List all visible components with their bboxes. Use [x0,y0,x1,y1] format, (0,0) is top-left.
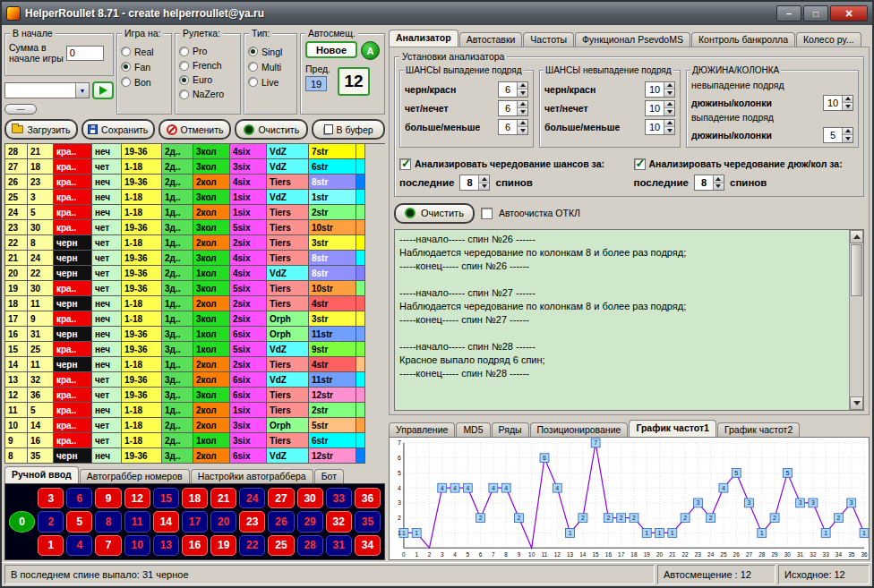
radio-game-bon[interactable]: Bon [121,74,167,89]
autoclean-checkbox[interactable] [481,208,493,219]
spinner[interactable]: 10 [645,119,675,135]
chart-tab-3[interactable]: Позиционирование [530,422,629,437]
spinner[interactable]: 6 [498,100,528,116]
spinner[interactable]: 8 [459,175,490,191]
spinner[interactable]: 5 [823,127,853,143]
numpad-9[interactable]: 9 [95,488,121,508]
spinner[interactable]: 6 [498,119,528,135]
numpad-7[interactable]: 7 [95,535,121,556]
numpad-2[interactable]: 2 [38,511,64,532]
spinner-down-icon[interactable] [664,127,674,134]
history-combobox[interactable] [4,82,90,98]
chart-tab-2[interactable]: Ряды [492,422,529,437]
start-sum-input[interactable] [66,46,104,61]
spinner-up-icon[interactable] [664,120,674,128]
numpad-25[interactable]: 25 [268,535,294,556]
input-tab-3[interactable]: Бот [314,469,344,483]
spinner-up-icon[interactable] [518,101,527,109]
numpad-10[interactable]: 10 [124,535,150,556]
spinner-down-icon[interactable] [479,183,489,191]
spinner-up-icon[interactable] [664,82,674,90]
play-button[interactable] [92,81,114,99]
spinner-down-icon[interactable] [518,108,527,115]
toolbar-button-4[interactable]: В буфер [312,119,385,140]
numpad-3[interactable]: 3 [38,488,64,508]
spinner[interactable]: 10 [823,95,853,111]
combobox-dropdown-icon[interactable] [75,83,89,98]
scroll-up-icon[interactable] [850,230,863,243]
spinner-up-icon[interactable] [714,175,724,183]
numpad-12[interactable]: 12 [124,488,150,508]
numpad-33[interactable]: 33 [326,488,352,508]
numpad-20[interactable]: 20 [210,511,236,532]
minimize-button[interactable] [776,5,801,21]
spinner-up-icon[interactable] [843,96,853,104]
numpad-30[interactable]: 30 [297,488,323,508]
chart-tab-4[interactable]: График частот1 [629,420,716,437]
titlebar[interactable]: HelperRoullet 8.71 - create helperroulle… [2,2,872,25]
spinner-down-icon[interactable] [664,108,674,115]
main-tab-0[interactable]: Анализатор [389,30,458,47]
main-tab-2[interactable]: Частоты [523,32,574,47]
spinner-up-icon[interactable] [518,120,527,128]
main-tab-5[interactable]: Колесо ру... [796,32,861,47]
radio-type-multi[interactable]: Multi [248,59,293,74]
radio-type-live[interactable]: Live [248,74,293,89]
spinner[interactable]: 6 [498,81,528,98]
numpad-34[interactable]: 34 [355,535,381,556]
numpad-19[interactable]: 19 [210,535,236,556]
main-tab-1[interactable]: Автоставки [459,32,523,47]
clear-button[interactable]: Очистить [394,203,475,224]
radio-type-singl[interactable]: Singl [248,44,293,59]
spinner[interactable]: 10 [645,100,675,116]
numpad-6[interactable]: 6 [66,488,92,508]
main-tab-4[interactable]: Контроль банкролла [691,32,795,47]
scroll-track[interactable] [850,297,863,396]
numpad-4[interactable]: 4 [66,535,92,556]
toolbar-button-2[interactable]: Отменить [159,119,232,140]
numpad-0[interactable]: 0 [9,511,35,532]
scroll-down-icon[interactable] [850,396,863,410]
spinner-down-icon[interactable] [518,127,527,134]
chart-tab-0[interactable]: Управление [389,422,455,437]
numpad-8[interactable]: 8 [95,511,121,532]
radio-game-fan[interactable]: Fan [121,59,167,74]
toolbar-button-3[interactable]: Очистить [235,119,308,140]
input-tab-2[interactable]: Настройки автограббера [191,469,313,483]
scroll-thumb[interactable] [851,244,862,296]
alternation-checkbox-1[interactable] [634,158,646,170]
numpad-24[interactable]: 24 [239,488,265,508]
toolbar-button-0[interactable]: Загрузить [4,119,78,140]
input-tab-0[interactable]: Ручной ввод [4,466,79,483]
spinner-up-icon[interactable] [664,101,674,109]
numpad-26[interactable]: 26 [268,511,294,532]
main-tab-3[interactable]: Функционал PsevdoMS [575,32,690,47]
spinner[interactable]: 8 [694,175,724,191]
chart-tab-1[interactable]: MD5 [456,422,490,437]
close-button[interactable] [830,5,868,21]
radio-roulette-pro[interactable]: Pro [179,44,236,58]
maximize-button[interactable] [803,5,828,21]
spinner-down-icon[interactable] [714,183,724,191]
collapse-button[interactable] [4,104,37,115]
numpad-18[interactable]: 18 [182,488,208,508]
spinner-down-icon[interactable] [518,89,527,97]
numpad-11[interactable]: 11 [124,511,150,532]
numpad-5[interactable]: 5 [66,511,92,532]
spinner-up-icon[interactable] [479,175,489,183]
numpad-21[interactable]: 21 [210,488,236,508]
numpad-16[interactable]: 16 [182,535,208,556]
numpad-14[interactable]: 14 [153,511,179,532]
numpad-28[interactable]: 28 [297,535,323,556]
numpad-23[interactable]: 23 [239,511,265,532]
numpad-36[interactable]: 36 [355,488,381,508]
new-button[interactable]: Новое [305,41,357,58]
log-scrollbar[interactable] [849,230,863,410]
numpad-27[interactable]: 27 [268,488,294,508]
numpad-17[interactable]: 17 [182,511,208,532]
numpad-31[interactable]: 31 [326,535,352,556]
numpad-22[interactable]: 22 [239,535,265,556]
radio-game-real[interactable]: Real [121,44,167,59]
chart-tab-5[interactable]: График частот2 [717,422,800,437]
spinner-up-icon[interactable] [518,82,527,90]
